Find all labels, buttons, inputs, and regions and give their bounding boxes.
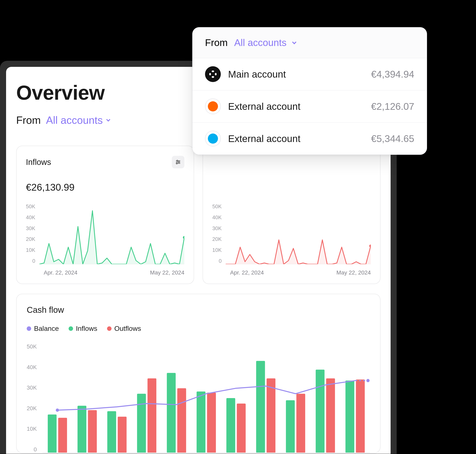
- outflows-chart: 50K40K30K20K10K0 Apr. 22, 2024 May 22, 2…: [212, 203, 371, 276]
- svg-point-71: [369, 244, 371, 247]
- account-balance: €5,344.65: [371, 133, 414, 144]
- chevron-down-icon: [291, 39, 298, 46]
- outflows-card: - 50K40K30K20K10K0 Apr. 22, 2024 May 22,…: [203, 146, 381, 284]
- x-start: Apr. 22, 2024: [44, 269, 78, 276]
- svg-rect-85: [177, 388, 186, 453]
- inflows-title: Inflows: [26, 158, 51, 167]
- svg-point-106: [56, 409, 59, 412]
- svg-rect-90: [226, 398, 235, 453]
- svg-point-1: [177, 160, 178, 161]
- cashflow-legend: Balance Inflows Outflows: [27, 325, 370, 333]
- svg-rect-82: [147, 378, 156, 453]
- inflows-amount: €26,130.99: [26, 182, 184, 193]
- svg-rect-93: [256, 361, 265, 453]
- svg-point-107: [366, 379, 370, 382]
- svg-rect-100: [326, 378, 335, 453]
- popover-label: From: [205, 37, 228, 48]
- cashflow-card: Cash flow Balance Inflows Outflows 50K40…: [16, 294, 381, 453]
- popover-header[interactable]: From All accounts: [192, 27, 427, 58]
- account-row[interactable]: Main account€4,394.94: [192, 58, 427, 90]
- inflows-card: Inflows €26,130.99 50K40K30K20K10K0: [16, 146, 194, 284]
- svg-rect-103: [356, 379, 365, 453]
- filter-value[interactable]: All accounts: [46, 114, 111, 126]
- svg-point-111: [215, 73, 217, 75]
- svg-point-5: [176, 163, 177, 164]
- svg-rect-78: [107, 411, 116, 453]
- inflows-chart: 50K40K30K20K10K0 Apr. 22, 2024 May 22, 2…: [26, 203, 184, 276]
- svg-rect-73: [58, 418, 67, 453]
- account-row[interactable]: External account€2,126.07: [192, 90, 427, 122]
- svg-rect-88: [207, 393, 216, 453]
- account-balance: €4,394.94: [371, 69, 414, 80]
- account-name: External account: [228, 101, 364, 112]
- svg-rect-84: [167, 373, 176, 453]
- cashflow-title: Cash flow: [27, 305, 370, 315]
- svg-rect-97: [296, 394, 305, 453]
- account-balance: €2,126.07: [371, 101, 414, 112]
- svg-rect-96: [286, 400, 295, 453]
- chevron-down-icon: [105, 117, 112, 124]
- svg-rect-94: [267, 378, 275, 453]
- svg-rect-72: [48, 415, 57, 453]
- x-end: May 22, 2024: [150, 269, 184, 276]
- filter-label: From: [16, 114, 41, 126]
- svg-rect-76: [88, 410, 97, 453]
- svg-rect-75: [78, 406, 86, 453]
- svg-rect-99: [316, 370, 325, 453]
- svg-rect-102: [345, 381, 354, 453]
- x-start: Apr. 22, 2024: [230, 269, 264, 276]
- account-name: Main account: [228, 69, 364, 80]
- svg-point-3: [178, 161, 179, 162]
- popover-value[interactable]: All accounts: [234, 37, 298, 48]
- svg-point-108: [212, 70, 214, 72]
- card-settings-button[interactable]: [172, 156, 184, 168]
- svg-rect-79: [118, 417, 127, 453]
- bank-icon: [205, 66, 221, 82]
- sliders-icon: [175, 159, 181, 165]
- svg-rect-87: [197, 392, 205, 453]
- account-name: External account: [228, 133, 364, 144]
- svg-point-109: [212, 76, 214, 78]
- svg-rect-91: [237, 404, 246, 453]
- svg-point-38: [183, 236, 184, 239]
- svg-rect-81: [137, 394, 146, 453]
- svg-point-110: [209, 73, 211, 75]
- x-end: May 22, 2024: [336, 269, 371, 276]
- account-row[interactable]: External account€5,344.65: [192, 122, 427, 155]
- bank-icon: [205, 131, 221, 146]
- bank-icon: [205, 98, 221, 114]
- account-picker-popover: From All accounts Main account€4,394.94E…: [192, 27, 427, 155]
